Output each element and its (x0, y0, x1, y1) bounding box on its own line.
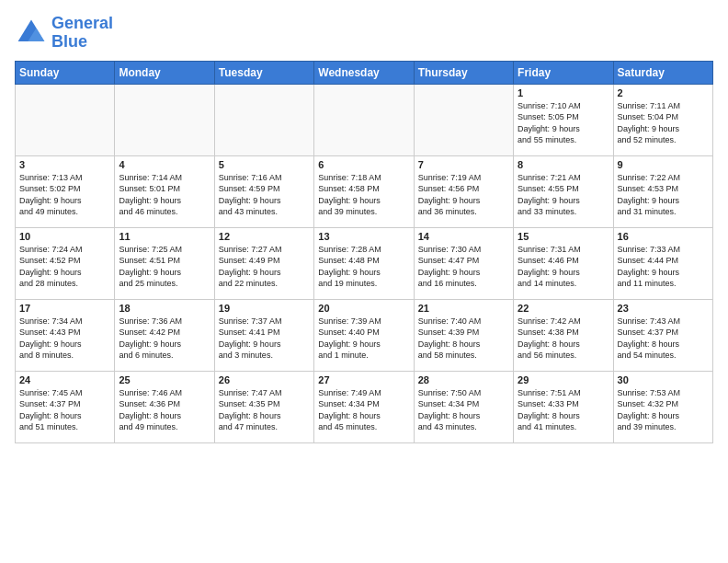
calendar-cell: 12Sunrise: 7:27 AM Sunset: 4:49 PM Dayli… (214, 227, 313, 299)
logo: General Blue (15, 15, 113, 52)
day-info: Sunrise: 7:43 AM Sunset: 4:37 PM Dayligh… (618, 316, 709, 362)
calendar-cell: 17Sunrise: 7:34 AM Sunset: 4:43 PM Dayli… (16, 299, 115, 371)
calendar-cell: 13Sunrise: 7:28 AM Sunset: 4:48 PM Dayli… (314, 227, 414, 299)
day-info: Sunrise: 7:18 AM Sunset: 4:58 PM Dayligh… (318, 172, 409, 218)
day-info: Sunrise: 7:16 AM Sunset: 4:59 PM Dayligh… (219, 172, 310, 218)
calendar-cell: 6Sunrise: 7:18 AM Sunset: 4:58 PM Daylig… (314, 155, 414, 227)
day-info: Sunrise: 7:50 AM Sunset: 4:34 PM Dayligh… (418, 387, 509, 433)
day-info: Sunrise: 7:47 AM Sunset: 4:35 PM Dayligh… (219, 387, 310, 433)
day-info: Sunrise: 7:27 AM Sunset: 4:49 PM Dayligh… (219, 244, 310, 290)
day-info: Sunrise: 7:21 AM Sunset: 4:55 PM Dayligh… (518, 172, 609, 218)
calendar-header-sunday: Sunday (16, 61, 115, 84)
day-number: 21 (418, 303, 509, 314)
calendar-week-1: 1Sunrise: 7:10 AM Sunset: 5:05 PM Daylig… (16, 84, 713, 155)
day-number: 17 (19, 303, 110, 314)
calendar-cell: 14Sunrise: 7:30 AM Sunset: 4:47 PM Dayli… (414, 227, 513, 299)
day-number: 10 (19, 231, 110, 242)
header: General Blue (15, 15, 713, 52)
day-info: Sunrise: 7:49 AM Sunset: 4:34 PM Dayligh… (318, 387, 409, 433)
calendar-cell (16, 84, 115, 155)
calendar-week-4: 17Sunrise: 7:34 AM Sunset: 4:43 PM Dayli… (16, 299, 713, 371)
day-number: 20 (318, 303, 409, 314)
day-info: Sunrise: 7:24 AM Sunset: 4:52 PM Dayligh… (19, 244, 110, 290)
page: General Blue SundayMondayTuesdayWednesda… (0, 0, 728, 563)
day-number: 27 (318, 374, 409, 385)
logo-icon (15, 17, 48, 50)
calendar-cell: 1Sunrise: 7:10 AM Sunset: 5:05 PM Daylig… (514, 84, 613, 155)
day-number: 14 (418, 231, 509, 242)
day-number: 18 (119, 303, 210, 314)
day-info: Sunrise: 7:42 AM Sunset: 4:38 PM Dayligh… (518, 316, 609, 362)
calendar-header-row: SundayMondayTuesdayWednesdayThursdayFrid… (16, 61, 713, 84)
day-number: 29 (518, 374, 609, 385)
calendar-cell: 22Sunrise: 7:42 AM Sunset: 4:38 PM Dayli… (514, 299, 613, 371)
calendar-cell: 20Sunrise: 7:39 AM Sunset: 4:40 PM Dayli… (314, 299, 414, 371)
day-number: 22 (518, 303, 609, 314)
day-info: Sunrise: 7:37 AM Sunset: 4:41 PM Dayligh… (219, 316, 310, 362)
day-info: Sunrise: 7:51 AM Sunset: 4:33 PM Dayligh… (518, 387, 609, 433)
day-info: Sunrise: 7:46 AM Sunset: 4:36 PM Dayligh… (119, 387, 210, 433)
day-info: Sunrise: 7:31 AM Sunset: 4:46 PM Dayligh… (518, 244, 609, 290)
calendar-cell: 21Sunrise: 7:40 AM Sunset: 4:39 PM Dayli… (414, 299, 513, 371)
day-info: Sunrise: 7:30 AM Sunset: 4:47 PM Dayligh… (418, 244, 509, 290)
day-number: 26 (219, 374, 310, 385)
calendar-cell: 3Sunrise: 7:13 AM Sunset: 5:02 PM Daylig… (16, 155, 115, 227)
calendar-cell: 26Sunrise: 7:47 AM Sunset: 4:35 PM Dayli… (214, 371, 313, 442)
calendar-cell: 5Sunrise: 7:16 AM Sunset: 4:59 PM Daylig… (214, 155, 313, 227)
calendar-week-3: 10Sunrise: 7:24 AM Sunset: 4:52 PM Dayli… (16, 227, 713, 299)
day-number: 2 (618, 87, 709, 98)
day-info: Sunrise: 7:34 AM Sunset: 4:43 PM Dayligh… (19, 316, 110, 362)
day-info: Sunrise: 7:45 AM Sunset: 4:37 PM Dayligh… (19, 387, 110, 433)
day-info: Sunrise: 7:13 AM Sunset: 5:02 PM Dayligh… (19, 172, 110, 218)
day-number: 30 (618, 374, 709, 385)
day-number: 16 (618, 231, 709, 242)
logo-text: General Blue (51, 15, 113, 52)
day-number: 7 (418, 159, 509, 170)
day-number: 11 (119, 231, 210, 242)
day-info: Sunrise: 7:33 AM Sunset: 4:44 PM Dayligh… (618, 244, 709, 290)
calendar-week-5: 24Sunrise: 7:45 AM Sunset: 4:37 PM Dayli… (16, 371, 713, 442)
day-info: Sunrise: 7:28 AM Sunset: 4:48 PM Dayligh… (318, 244, 409, 290)
calendar-cell (214, 84, 313, 155)
calendar-cell: 8Sunrise: 7:21 AM Sunset: 4:55 PM Daylig… (514, 155, 613, 227)
day-number: 25 (119, 374, 210, 385)
calendar-cell: 29Sunrise: 7:51 AM Sunset: 4:33 PM Dayli… (514, 371, 613, 442)
day-info: Sunrise: 7:53 AM Sunset: 4:32 PM Dayligh… (618, 387, 709, 433)
day-info: Sunrise: 7:36 AM Sunset: 4:42 PM Dayligh… (119, 316, 210, 362)
day-info: Sunrise: 7:39 AM Sunset: 4:40 PM Dayligh… (318, 316, 409, 362)
day-number: 8 (518, 159, 609, 170)
calendar-cell: 28Sunrise: 7:50 AM Sunset: 4:34 PM Dayli… (414, 371, 513, 442)
calendar-cell: 30Sunrise: 7:53 AM Sunset: 4:32 PM Dayli… (613, 371, 712, 442)
day-number: 6 (318, 159, 409, 170)
calendar-header-wednesday: Wednesday (314, 61, 414, 84)
calendar-cell: 11Sunrise: 7:25 AM Sunset: 4:51 PM Dayli… (115, 227, 214, 299)
day-info: Sunrise: 7:19 AM Sunset: 4:56 PM Dayligh… (418, 172, 509, 218)
day-number: 19 (219, 303, 310, 314)
calendar-cell: 23Sunrise: 7:43 AM Sunset: 4:37 PM Dayli… (613, 299, 712, 371)
calendar-cell: 19Sunrise: 7:37 AM Sunset: 4:41 PM Dayli… (214, 299, 313, 371)
day-info: Sunrise: 7:14 AM Sunset: 5:01 PM Dayligh… (119, 172, 210, 218)
calendar-cell: 16Sunrise: 7:33 AM Sunset: 4:44 PM Dayli… (613, 227, 712, 299)
calendar-cell: 4Sunrise: 7:14 AM Sunset: 5:01 PM Daylig… (115, 155, 214, 227)
calendar-cell: 15Sunrise: 7:31 AM Sunset: 4:46 PM Dayli… (514, 227, 613, 299)
calendar-cell: 18Sunrise: 7:36 AM Sunset: 4:42 PM Dayli… (115, 299, 214, 371)
calendar-header-tuesday: Tuesday (214, 61, 313, 84)
calendar-cell: 27Sunrise: 7:49 AM Sunset: 4:34 PM Dayli… (314, 371, 414, 442)
day-number: 12 (219, 231, 310, 242)
calendar-header-saturday: Saturday (613, 61, 712, 84)
day-info: Sunrise: 7:22 AM Sunset: 4:53 PM Dayligh… (618, 172, 709, 218)
day-number: 23 (618, 303, 709, 314)
day-number: 24 (19, 374, 110, 385)
calendar-cell: 25Sunrise: 7:46 AM Sunset: 4:36 PM Dayli… (115, 371, 214, 442)
day-number: 4 (119, 159, 210, 170)
day-info: Sunrise: 7:10 AM Sunset: 5:05 PM Dayligh… (518, 100, 609, 146)
day-info: Sunrise: 7:11 AM Sunset: 5:04 PM Dayligh… (618, 100, 709, 146)
calendar-cell: 24Sunrise: 7:45 AM Sunset: 4:37 PM Dayli… (16, 371, 115, 442)
day-number: 3 (19, 159, 110, 170)
day-number: 5 (219, 159, 310, 170)
day-number: 9 (618, 159, 709, 170)
day-number: 15 (518, 231, 609, 242)
day-number: 1 (518, 87, 609, 98)
calendar-week-2: 3Sunrise: 7:13 AM Sunset: 5:02 PM Daylig… (16, 155, 713, 227)
day-info: Sunrise: 7:25 AM Sunset: 4:51 PM Dayligh… (119, 244, 210, 290)
